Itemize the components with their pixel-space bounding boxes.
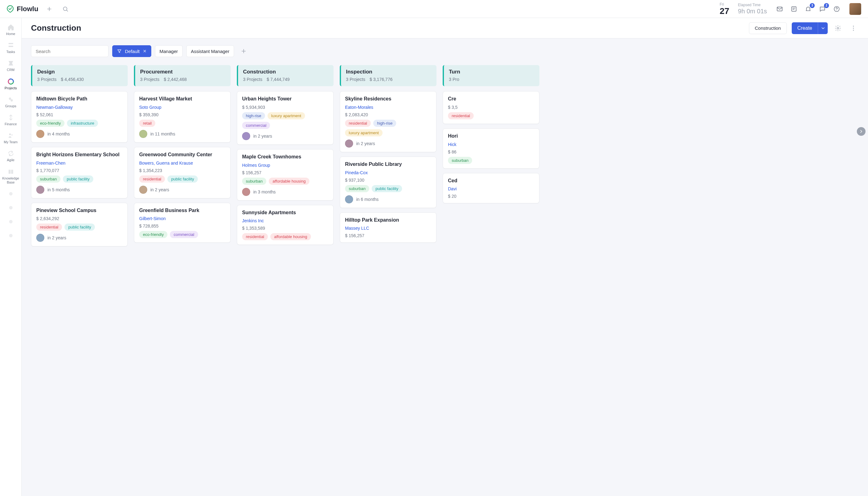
project-card[interactable]: Urban Heights Tower $ 5,934,903 high-ris… (237, 91, 334, 145)
card-due: in 2 years (356, 141, 375, 146)
card-client-link[interactable]: Eaton-Morales (345, 105, 431, 110)
card-client-link[interactable]: Freeman-Chen (36, 160, 122, 166)
project-card[interactable]: Sunnyside Apartments Jenkins Inc $ 1,353… (237, 205, 334, 245)
tag[interactable]: public facility (372, 185, 402, 192)
tag[interactable]: residential (448, 112, 451, 119)
sidebar-item-unknown[interactable] (0, 229, 22, 243)
search-button[interactable] (60, 4, 71, 14)
filter-label: Default (125, 49, 140, 54)
tag[interactable]: commercial (242, 122, 270, 129)
assignee-avatar[interactable] (36, 186, 44, 194)
card-client-link[interactable]: Pineda-Cox (345, 170, 431, 175)
card-client-link[interactable]: Holmes Group (242, 163, 328, 168)
card-due: in 11 months (150, 131, 175, 136)
project-card[interactable]: Pineview School Campus $ 2,634,292 resid… (31, 203, 128, 247)
card-client-link[interactable]: Gilbert-Simon (139, 216, 226, 221)
tag[interactable]: affordable housing (269, 177, 309, 185)
assignee-avatar[interactable] (139, 186, 147, 194)
tag[interactable]: affordable housing (270, 233, 311, 240)
column-header[interactable]: Construction 3 Projects $ 7,444,749 (237, 65, 334, 86)
tag[interactable]: residential (139, 175, 165, 183)
filter-chip[interactable]: Manager (155, 45, 183, 57)
sidebar-item-agile[interactable]: Agile (0, 147, 22, 165)
tag[interactable]: retail (139, 120, 155, 127)
tag[interactable]: high-rise (373, 120, 396, 127)
sidebar-item-kb[interactable]: Knowledge Base (0, 166, 22, 187)
filter-chip[interactable]: Assistant Manager (186, 45, 234, 57)
search-icon (62, 6, 68, 12)
sidebar-item-unknown[interactable] (0, 202, 22, 215)
tag[interactable]: residential (242, 233, 268, 240)
card-client-link[interactable]: Davi (448, 186, 451, 191)
column-header[interactable]: Procurement 3 Projects $ 2,442,468 (134, 65, 231, 86)
search-input[interactable] (35, 48, 105, 54)
project-card[interactable]: Ced Davi $ 20 (443, 173, 451, 204)
project-card[interactable]: Midtown Bicycle Path Newman-Galloway $ 5… (31, 91, 128, 143)
project-card[interactable]: Hilltop Park Expansion Massey LLC $ 156,… (340, 212, 436, 243)
sidebar-item-crm[interactable]: CRM (0, 57, 22, 74)
card-tags: residentialaffordable housing (242, 233, 328, 240)
assignee-avatar[interactable] (345, 140, 353, 148)
tag[interactable]: suburban (345, 185, 369, 192)
tag[interactable]: high-rise (242, 112, 265, 119)
sidebar-item-projects[interactable]: Projects (0, 75, 22, 93)
brand[interactable]: Flowlu (6, 5, 38, 13)
tag[interactable]: public facility (167, 175, 198, 183)
project-card[interactable]: Greenwood Community Center Bowers, Guerr… (134, 147, 231, 198)
sidebar-item-groups[interactable]: Groups (0, 93, 22, 111)
card-client-link[interactable]: Soto Group (139, 105, 226, 110)
card-client-link[interactable]: Jenkins Inc (242, 218, 328, 223)
filter-chip[interactable]: Default✕ (112, 45, 151, 57)
sidebar-item-unknown[interactable] (0, 215, 22, 229)
sidebar-item-my-team[interactable]: My Team (0, 129, 22, 146)
tag[interactable]: luxury apartment (345, 129, 383, 136)
card-title: Maple Creek Townhomes (242, 154, 328, 160)
plus-icon (241, 48, 247, 54)
column-title: Design (37, 69, 123, 75)
new-button[interactable] (44, 4, 55, 14)
column-header[interactable]: Turn 3 Pro (443, 65, 451, 86)
tag[interactable]: public facility (64, 223, 95, 231)
card-amount: $ 937,100 (345, 177, 431, 183)
sidebar-item-unknown[interactable] (0, 188, 22, 201)
search-input-wrap[interactable] (31, 45, 108, 57)
card-client-link[interactable]: Bowers, Guerra and Krause (139, 160, 226, 166)
tag[interactable]: eco-friendly (36, 120, 64, 127)
board-scroll[interactable]: Design 3 Projects $ 4,456,430 Midtown Bi… (22, 65, 451, 258)
column-title: Construction (243, 69, 329, 75)
project-card[interactable]: Maple Creek Townhomes Holmes Group $ 156… (237, 149, 334, 201)
column-header[interactable]: Design 3 Projects $ 4,456,430 (31, 65, 128, 86)
sidebar-item-home[interactable]: Home (0, 21, 22, 38)
tag[interactable]: commercial (170, 231, 198, 238)
assignee-avatar[interactable] (242, 132, 250, 140)
project-card[interactable]: Harvest Village Market Soto Group $ 359,… (134, 91, 231, 143)
close-icon[interactable]: ✕ (143, 49, 146, 53)
tag[interactable]: suburban (242, 177, 266, 185)
tag[interactable]: luxury apartment (267, 112, 305, 119)
card-client-link[interactable]: Newman-Galloway (36, 105, 122, 110)
tag[interactable]: suburban (36, 175, 60, 183)
sidebar-item-tasks[interactable]: Tasks (0, 39, 22, 57)
project-card[interactable]: Greenfield Business Park Gilbert-Simon $… (134, 203, 231, 243)
assignee-avatar[interactable] (36, 234, 44, 242)
project-card[interactable]: Cre $ 3,5 residential (443, 91, 451, 124)
assignee-avatar[interactable] (139, 130, 147, 138)
assignee-avatar[interactable] (242, 188, 250, 196)
project-card[interactable]: Riverside Public Library Pineda-Cox $ 93… (340, 157, 436, 208)
card-client-link[interactable]: Massey LLC (345, 226, 431, 231)
tag[interactable]: eco-friendly (139, 231, 167, 238)
tag[interactable]: residential (345, 120, 371, 127)
assignee-avatar[interactable] (36, 130, 44, 138)
sidebar-item-finance[interactable]: Finance (0, 111, 22, 129)
project-card[interactable]: Skyline Residences Eaton-Morales $ 2,083… (340, 91, 436, 152)
tag[interactable]: suburban (448, 157, 451, 164)
tag[interactable]: public facility (63, 175, 93, 183)
project-card[interactable]: Bright Horizons Elementary School Freema… (31, 147, 128, 198)
column-header[interactable]: Inspection 3 Projects $ 3,176,776 (340, 65, 436, 86)
tag[interactable]: residential (36, 223, 62, 231)
tag[interactable]: infrastructure (67, 120, 98, 127)
card-client-link[interactable]: Hick (448, 142, 451, 147)
project-card[interactable]: Hori Hick $ 86 suburban (443, 128, 451, 169)
assignee-avatar[interactable] (345, 195, 353, 203)
add-filter-button[interactable] (238, 45, 250, 57)
